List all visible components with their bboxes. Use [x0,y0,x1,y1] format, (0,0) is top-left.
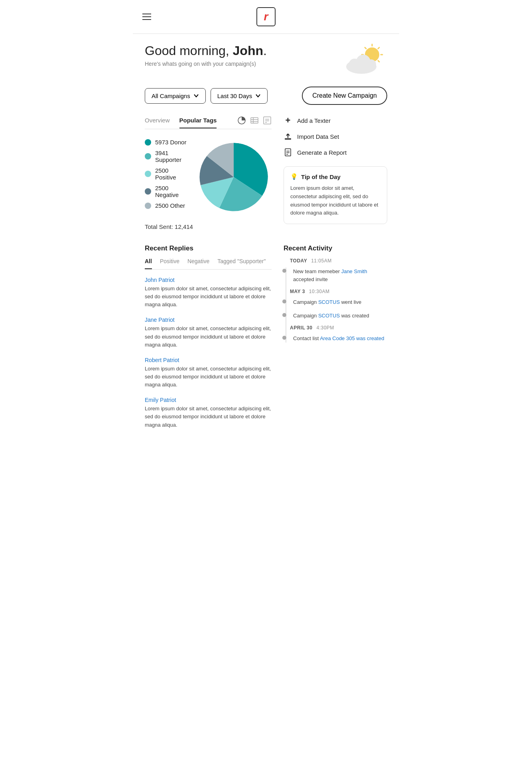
activity-date-april30: APRIL 304:30PM [290,325,387,331]
pie-chart-icon[interactable] [237,116,246,125]
reply-text-robert: Lorem ipsum dolor sit amet, consectetur … [145,365,272,389]
generate-report-action[interactable]: Generate a Report [284,148,387,157]
reply-tab-positive[interactable]: Positive [160,258,179,269]
reply-text-emily: Lorem ipsum dolor sit amet, consectetur … [145,405,272,429]
left-col: Overview Popular Tags [145,116,272,230]
activity-date-today: TODAY11:05AM [290,258,387,264]
tab-popular-tags[interactable]: Popular Tags [179,117,217,128]
svg-rect-18 [264,117,271,124]
main-two-col: Overview Popular Tags [145,116,387,230]
reply-name-john[interactable]: John Patriot [145,277,272,283]
tip-title: 💡 Tip of the Day [290,173,380,180]
recent-activity-title: Recent Activity [284,244,387,252]
tab-overview[interactable]: Overview [145,117,170,128]
reply-name-jane[interactable]: Jane Patriot [145,317,272,323]
upload-icon [284,132,292,141]
reply-tabs: All Positive Negative Tagged "Supporter" [145,258,272,270]
recent-replies-title: Recent Replies [145,244,272,252]
activity-dot-3 [282,313,286,317]
right-col: + Add a Texter Import Data Set [284,116,387,224]
activity-link-scotus-2[interactable]: SCOTUS [318,313,340,319]
svg-line-7 [378,47,379,49]
legend-other: 2500 Other [145,202,188,209]
reply-item-emily: Emily Patriot Lorem ipsum dolor sit amet… [145,397,272,429]
legend-negative: 2500 Negative [145,185,188,198]
activity-dot [282,269,286,273]
reply-item-jane: Jane Patriot Lorem ipsum dolor sit amet,… [145,317,272,349]
top-section: Good morning, John. Here's whats going o… [145,43,387,75]
activity-timeline: TODAY11:05AM New team memeber Jane Smith… [284,258,387,343]
reply-name-robert[interactable]: Robert Patriot [145,357,272,363]
tip-box: 💡 Tip of the Day Lorem ipsum dolor sit a… [284,166,387,224]
action-buttons: + Add a Texter Import Data Set [284,116,387,157]
add-texter-action[interactable]: + Add a Texter [284,116,387,125]
bottom-section: Recent Replies All Positive Negative Tag… [145,244,387,437]
app-logo: r [256,7,276,26]
svg-rect-23 [285,149,291,156]
reply-tab-all[interactable]: All [145,258,152,269]
controls-row: All Campaigns Last 30 Days Create New Ca… [145,87,387,105]
greeting-block: Good morning, John. Here's whats going o… [145,43,267,67]
create-campaign-button[interactable]: Create New Campaign [302,87,387,105]
reply-name-emily[interactable]: Emily Patriot [145,397,272,403]
tip-icon: 💡 [290,173,298,180]
tip-body: Lorem ipsum dolor sit amet, consectetur … [290,184,380,217]
report-icon [284,148,292,157]
chart-area: 5973 Donor 3941 Supporter 2500 Positive … [145,139,272,215]
hamburger-menu[interactable] [142,14,151,20]
reply-tab-negative[interactable]: Negative [187,258,209,269]
svg-point-12 [366,59,376,69]
reply-text-john: Lorem ipsum dolor sit amet, consectetur … [145,285,272,309]
activity-dot-2 [282,299,286,303]
table-icon[interactable] [250,116,259,125]
activity-entry-scotus-created: Campaign SCOTUS was created [290,312,387,320]
legend-dot-negative [145,188,151,195]
greeting-subtitle: Here's whats going on with your campaign… [145,61,267,67]
pie-chart [196,139,272,215]
legend-positive: 2500 Positive [145,167,188,181]
chart-tabs: Overview Popular Tags [145,116,272,129]
chart-legend: 5973 Donor 3941 Supporter 2500 Positive … [145,139,188,209]
svg-line-6 [378,61,379,62]
controls-left: All Campaigns Last 30 Days [145,88,268,104]
recent-activity: Recent Activity TODAY11:05AM New team me… [284,244,387,348]
import-data-action[interactable]: Import Data Set [284,132,387,141]
activity-link-areacode[interactable]: Area Code 305 was created [320,335,384,341]
legend-dot-positive [145,171,151,177]
legend-dot-donor [145,139,151,146]
legend-dot-supporter [145,153,151,160]
activity-entry-jane-smith: New team memeber Jane Smith accepted inv… [290,268,387,283]
svg-rect-14 [251,118,258,123]
reply-list: John Patriot Lorem ipsum dolor sit amet,… [145,277,272,429]
weather-icon [343,43,387,75]
daterange-dropdown[interactable]: Last 30 Days [211,88,268,104]
export-icon[interactable] [263,116,272,125]
activity-link-jane-smith[interactable]: Jane Smith [341,268,367,274]
reply-tab-tagged[interactable]: Tagged "Supporter" [217,258,266,269]
legend-supporter: 3941 Supporter [145,150,188,163]
chart-view-icons [237,116,272,129]
activity-entry-areacode: Contact list Area Code 305 was created [290,335,387,343]
legend-donor: 5973 Donor [145,139,188,146]
activity-dot-4 [282,336,286,340]
main-content: Good morning, John. Here's whats going o… [133,34,399,447]
svg-line-5 [365,47,366,49]
legend-dot-other [145,203,151,209]
svg-rect-22 [285,138,291,140]
add-icon: + [284,116,292,125]
total-sent: Total Sent: 12,414 [145,223,272,230]
reply-text-jane: Lorem ipsum dolor sit amet, consectetur … [145,325,272,349]
campaigns-dropdown[interactable]: All Campaigns [145,88,206,104]
greeting-title: Good morning, John. [145,43,267,58]
activity-link-scotus-1[interactable]: SCOTUS [318,299,340,305]
activity-date-may3: MAY 310:30AM [290,289,387,294]
app-header: r [133,0,399,34]
reply-item-john: John Patriot Lorem ipsum dolor sit amet,… [145,277,272,309]
recent-replies: Recent Replies All Positive Negative Tag… [145,244,272,437]
activity-entry-scotus-live: Campaign SCOTUS went live [290,298,387,306]
reply-item-robert: Robert Patriot Lorem ipsum dolor sit ame… [145,357,272,389]
